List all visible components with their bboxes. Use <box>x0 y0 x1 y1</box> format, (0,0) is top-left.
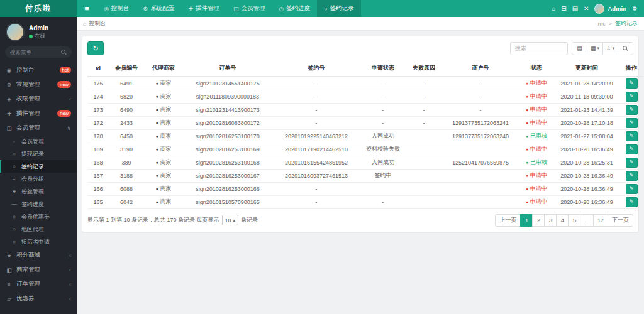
sidebar-item[interactable]: ✚插件管理new <box>0 106 77 121</box>
sidebar-subitem[interactable]: ○会员优惠券 <box>0 210 77 223</box>
topnav-item[interactable]: ○签约记录 <box>317 0 360 17</box>
sidebar-subitem[interactable]: ○签约记录 <box>0 160 77 173</box>
edit-button[interactable]: ✎ <box>626 131 638 141</box>
sidebar-subitem[interactable]: ○拓店者申请 <box>0 236 77 248</box>
header-row: Id会员编号代理商家订单号签约号申请状态失败原因商户号状态更新时间操作 <box>87 60 643 77</box>
cell-status: ●申请中 <box>519 77 554 90</box>
sidebar-subitem[interactable]: ◦会员管理 <box>0 135 77 148</box>
sidebar-subitem[interactable]: —签约进度 <box>0 198 77 210</box>
pencil-icon: ✎ <box>629 199 634 205</box>
close-icon[interactable]: ✕ <box>584 5 589 12</box>
sidebar-item-label: 优惠券 <box>16 295 35 303</box>
lock-icon: ◈ <box>6 96 13 102</box>
sidebar-item[interactable]: ◫会员管理∨ <box>0 121 77 135</box>
breadcrumb-label[interactable]: 控制台 <box>89 19 106 28</box>
sidebar-subitem[interactable]: ♥粉丝管理 <box>0 185 77 198</box>
sidebar-search[interactable] <box>5 46 72 58</box>
sidebar-item[interactable]: ⚙常规管理new <box>0 77 77 92</box>
edit-button[interactable]: ✎ <box>626 105 638 115</box>
dashboard-icon: ◎ <box>104 6 109 12</box>
file-icon[interactable]: ▤ <box>572 5 578 12</box>
page-button[interactable]: 5 <box>568 214 580 227</box>
cell-actions: ✎ <box>619 103 643 116</box>
summary-suffix: 条记录 <box>241 216 258 224</box>
refresh-button[interactable]: ↻ <box>87 41 104 55</box>
table-search-input[interactable] <box>510 42 568 55</box>
topnav-label: 会员管理 <box>242 4 265 13</box>
badge: hot <box>60 67 71 74</box>
list-icon: ▤ <box>577 45 582 51</box>
edit-button[interactable]: ✎ <box>626 197 638 207</box>
agent-label: 商家 <box>160 159 172 165</box>
page-button[interactable]: 4 <box>556 214 569 227</box>
topnav-item[interactable]: ◫会员管理 <box>226 0 272 17</box>
page-size-select[interactable]: 10 ▴ <box>222 215 239 225</box>
home-icon[interactable]: ⌂ <box>552 5 555 12</box>
sidebar-subitem[interactable]: ○地区代理 <box>0 223 77 236</box>
topbar-user[interactable]: Admin <box>594 4 626 14</box>
topnav-item[interactable]: ◷签约进度 <box>272 0 318 17</box>
breadcrumb-separator: > <box>609 21 612 27</box>
edit-button[interactable]: ✎ <box>626 184 638 194</box>
sidebar-item[interactable]: ▱优惠券‹ <box>0 291 77 306</box>
page-button[interactable]: 17 <box>593 214 608 227</box>
page-button[interactable]: 3 <box>544 214 557 227</box>
edit-button[interactable]: ✎ <box>626 171 638 181</box>
cell-status: ●已审核 <box>519 129 554 143</box>
sidebar-item[interactable]: ≡订单管理‹ <box>0 277 77 291</box>
toolbar-right: ▤▦▾⇩▾ <box>510 42 633 55</box>
cell-fail-reason <box>406 182 442 195</box>
table-row: 1673188●商家sign20102816253000167202010160… <box>87 169 643 182</box>
export-button[interactable]: ⇩▾ <box>602 42 618 55</box>
page-button[interactable]: 1 <box>520 214 533 227</box>
page-button[interactable]: 2 <box>532 214 545 227</box>
edit-button[interactable]: ✎ <box>626 144 638 154</box>
breadcrumb-parent[interactable]: mc <box>598 21 606 27</box>
chevron-left-icon: ‹ <box>69 96 71 102</box>
edit-button[interactable]: ✎ <box>626 118 638 128</box>
cell-actions: ✎ <box>619 77 643 90</box>
edit-button[interactable]: ✎ <box>626 78 638 89</box>
hamburger-icon[interactable]: ≡ <box>77 0 97 17</box>
topnav-item[interactable]: ✚插件管理 <box>181 0 226 17</box>
cell-id: 166 <box>87 182 109 195</box>
sidebar-subitem[interactable]: ≡会员分组 <box>0 173 77 185</box>
settings-icon[interactable]: ⚙ <box>632 5 638 12</box>
search-button[interactable] <box>618 42 633 55</box>
sidebar-search-input[interactable] <box>10 49 55 55</box>
page-prev-button[interactable]: 上一页 <box>495 214 521 227</box>
topnav-item[interactable]: ◎控制台 <box>97 0 136 17</box>
agent-label: 商家 <box>160 185 172 192</box>
edit-button[interactable]: ✎ <box>626 92 638 102</box>
cell-fail-reason: - <box>406 116 442 129</box>
summary-text: 显示第 1 到第 10 条记录，总共 170 条记录 每页显示 <box>87 216 219 224</box>
cell-order: sign20101510570900165 <box>183 195 272 208</box>
shop-icon: ◧ <box>6 267 13 273</box>
columns-button[interactable]: ▦▾ <box>587 42 603 55</box>
list-button[interactable]: ▤ <box>572 42 587 55</box>
topbar-actions: ⌂⊟▤✕ <box>552 5 589 12</box>
sidebar-item[interactable]: ◈权限管理‹ <box>0 92 77 106</box>
cell-agent: ●商家 <box>144 129 183 143</box>
sidebar-item-label: 商家管理 <box>16 266 40 274</box>
cell-updated: 2020-10-28 16:25:31 <box>554 156 619 169</box>
cell-actions: ✎ <box>619 129 643 143</box>
sidebar-item[interactable]: ◧商家管理‹ <box>0 263 77 277</box>
edit-button[interactable]: ✎ <box>626 158 638 168</box>
cell-updated: 2021-01-23 14:41:39 <box>554 103 619 116</box>
topbar-right: ⌂⊟▤✕ Admin ⚙ <box>545 0 644 17</box>
trash-icon[interactable]: ⊟ <box>561 5 566 12</box>
sidebar-subitem-label: 拓店者申请 <box>21 238 50 246</box>
column-header: 申请状态 <box>360 60 406 77</box>
star-icon: ★ <box>6 252 13 259</box>
topnav-item[interactable]: ⚙系统配置 <box>136 0 181 17</box>
cell-status: ●申请中 <box>519 90 554 103</box>
agent-label: 商家 <box>160 106 172 112</box>
cell-fail-reason: - <box>406 90 442 103</box>
table-row: 168389●商家sign201028162531001682020101615… <box>87 156 643 169</box>
sidebar: Admin 在线 ◉控制台hot⚙常规管理new◈权限管理‹✚插件管理new◫会… <box>0 17 77 314</box>
sidebar-subitem[interactable]: ○提现记录 <box>0 148 77 160</box>
sidebar-item[interactable]: ★积分商城‹ <box>0 248 77 263</box>
page-next-button[interactable]: 下一页 <box>608 214 633 227</box>
sidebar-item[interactable]: ◉控制台hot <box>0 63 77 77</box>
